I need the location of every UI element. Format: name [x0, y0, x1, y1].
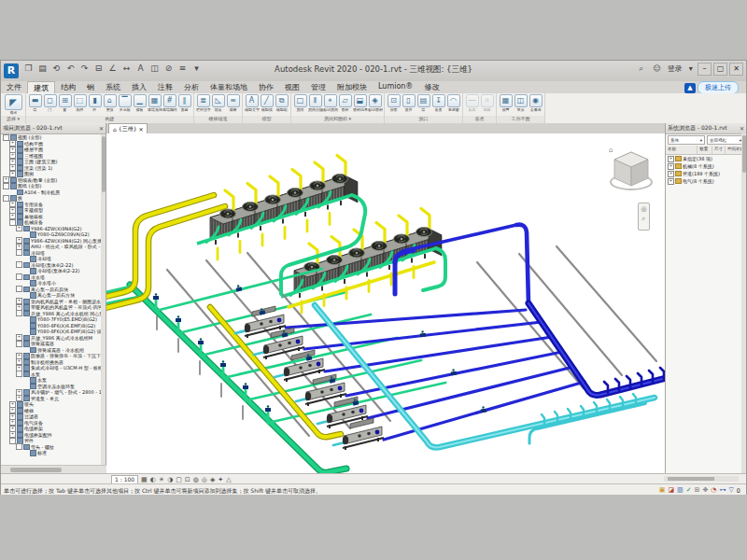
expand-icon[interactable]: -	[16, 341, 22, 347]
view-cube[interactable]: ⌂	[607, 145, 655, 197]
ribbon-tab-11[interactable]: 管理	[305, 81, 331, 93]
ribbon-tab-13[interactable]: Lumion®	[373, 81, 418, 93]
ribbon-button-1-8[interactable]: ▦幕墙系统	[148, 94, 162, 112]
signin-button[interactable]: 登录	[668, 63, 683, 74]
fast-upload-button[interactable]: ▲ 极速上传	[684, 81, 739, 94]
ribbon-button-4-1[interactable]: ⫴房间分隔	[308, 94, 322, 112]
expand-icon[interactable]: -	[16, 443, 22, 450]
ribbon-button-5-2[interactable]: ▤墙	[416, 94, 430, 112]
analytical-model-icon[interactable]: △	[226, 476, 231, 483]
worksharing-display-icon[interactable]: ◈	[210, 476, 215, 483]
3d-model-view[interactable]	[106, 133, 665, 473]
ribbon-button-5-3[interactable]: ↧垂直	[431, 94, 445, 112]
ribbon-button-5-1[interactable]: ▯竖井	[402, 94, 416, 112]
ribbon-button-1-6[interactable]: ▔天花板	[118, 94, 132, 112]
system-browser-hscrollbar[interactable]	[664, 476, 739, 482]
ribbon-button-3-1[interactable]: ╱模型线	[260, 94, 274, 112]
expand-icon[interactable]: -	[16, 286, 22, 292]
zoom-icon[interactable]: ⌕	[642, 215, 646, 222]
reveal-hidden-elements-icon[interactable]: ◎	[202, 476, 207, 483]
ribbon-tab-6[interactable]: 注释	[152, 81, 178, 93]
close-icon[interactable]: ✕	[99, 125, 104, 132]
system-row[interactable]: +未指定(38 项)	[666, 155, 746, 162]
crop-view-icon[interactable]: ▢	[176, 476, 182, 483]
model-canvas[interactable]: ⌂ ◎ ⌕	[106, 133, 665, 473]
temporary-view-properties-icon[interactable]: ✦	[218, 476, 223, 483]
ribbon-button-1-1[interactable]: ◻门	[43, 94, 57, 112]
ribbon-button-7-1[interactable]: ◫显示	[514, 94, 528, 112]
ribbon-tab-7[interactable]: 分析	[178, 81, 204, 93]
ribbon-button-3-2[interactable]: ⧉模型组	[275, 94, 289, 112]
expand-icon[interactable]: -	[16, 261, 22, 268]
expand-icon[interactable]: -	[3, 134, 9, 141]
ribbon-tab-8[interactable]: 体量和场地	[204, 81, 253, 93]
system-row[interactable]: +电气(8 个系统)	[666, 177, 746, 185]
ribbon-button-1-4[interactable]: ▮柱	[88, 94, 102, 112]
ribbon-button-1-7[interactable]: ▁楼板	[133, 94, 147, 112]
ribbon-tab-3[interactable]: 钢	[81, 81, 100, 93]
ribbon-button-6-1[interactable]: ⌗轴网	[480, 94, 494, 112]
ribbon-button-4-2[interactable]: ⌖标记房间	[323, 94, 337, 112]
ribbon-button-2-1[interactable]: ◺坡道	[211, 94, 225, 112]
ribbon-button-5-4[interactable]: ◠老虎窗	[446, 94, 460, 112]
temporary-hide-isolate-icon[interactable]: ◍	[193, 476, 199, 483]
system-browser-scrollbar[interactable]	[741, 133, 746, 473]
expand-icon[interactable]: -	[3, 183, 9, 189]
expand-icon[interactable]: +	[668, 156, 674, 162]
ribbon-button-7-0[interactable]: ▦设置	[499, 94, 513, 112]
expand-icon[interactable]: -	[16, 273, 22, 280]
expand-icon[interactable]: -	[16, 371, 22, 377]
background-process-icon[interactable]: ◔	[711, 486, 716, 495]
ribbon-tab-4[interactable]: 系统	[100, 81, 126, 93]
expand-icon[interactable]: -	[16, 249, 22, 256]
cooling-tower-bank-1[interactable]	[197, 156, 358, 245]
ribbon-tab-1[interactable]: 建筑	[27, 81, 55, 93]
visual-style-icon[interactable]: ◐	[150, 476, 156, 483]
design-options-icon[interactable]: ◪	[668, 486, 674, 495]
filter-icon[interactable]: ▽	[728, 486, 733, 495]
detail-level-icon[interactable]: ▦	[141, 476, 148, 483]
ribbon-button-5-0[interactable]: ⊡按面	[387, 94, 401, 112]
tree-item[interactable]: -开放_Y986 离心式冷水机组 同心泵接	[1, 311, 101, 317]
close-icon[interactable]: ✕	[740, 125, 744, 132]
ribbon-button-2-2[interactable]: ≡楼梯	[226, 94, 240, 112]
project-browser-scrollbar[interactable]	[101, 134, 106, 466]
column-header-2[interactable]: 尺寸	[712, 146, 726, 154]
ribbon-button-4-5[interactable]: ◈标记面积	[368, 94, 382, 112]
ribbon-tab-2[interactable]: 结构	[55, 81, 81, 93]
editable-only-icon[interactable]: ✓	[686, 486, 692, 495]
ribbon-button-1-9[interactable]: #幕墙网格	[162, 94, 176, 112]
expand-icon[interactable]: +	[668, 163, 674, 170]
shadows-icon[interactable]: ◑	[167, 476, 173, 483]
view-tab-3d[interactable]: ⌂ {三维} ✕	[108, 123, 148, 133]
ribbon-button-1-3[interactable]: ⬚构件	[73, 94, 87, 112]
ribbon-button-0-0[interactable]: ◤修改	[3, 94, 23, 115]
system-type-select[interactable]: 系统▾	[668, 135, 705, 145]
expand-icon[interactable]: -	[9, 219, 16, 226]
discipline-select[interactable]: 全部规程▾	[707, 135, 744, 145]
ribbon-tab-10[interactable]: 视图	[279, 81, 305, 93]
ribbon-button-2-0[interactable]: ≣栏杆扶手	[196, 94, 210, 112]
steering-wheel-icon[interactable]: ◎	[641, 205, 646, 213]
ribbon-button-1-5[interactable]: ⌂屋顶	[103, 94, 117, 112]
main-model-icon[interactable]: ▥	[677, 486, 684, 495]
worksets-icon[interactable]: ▣	[659, 486, 666, 495]
press-drag-icon[interactable]: ✥	[702, 486, 708, 495]
view-scale[interactable]: 1 : 100	[111, 475, 138, 484]
ribbon-button-4-0[interactable]: □房间	[293, 94, 307, 112]
maximize-button[interactable]: ▢	[713, 63, 727, 76]
ribbon-button-7-2[interactable]: ◉查看器	[529, 94, 543, 112]
column-header-1[interactable]: 数量	[698, 146, 712, 154]
pipes-darkblue[interactable]	[529, 303, 665, 395]
ribbon-button-1-2[interactable]: ⊞窗	[58, 94, 72, 112]
expand-icon[interactable]: +	[668, 178, 674, 185]
ribbon-tab-12[interactable]: 附加模块	[331, 81, 373, 93]
project-browser-hscrollbar[interactable]	[1, 465, 106, 473]
ribbon-button-3-0[interactable]: A模型文字	[245, 94, 259, 112]
expand-icon[interactable]: -	[16, 310, 22, 316]
search-icon[interactable]: ⌕	[636, 63, 646, 74]
crop-region-visibility-icon[interactable]: ⊡	[185, 476, 190, 483]
ribbon-tab-14[interactable]: 修改	[418, 81, 444, 93]
expand-icon[interactable]: -	[9, 438, 16, 444]
ribbon-button-1-10[interactable]: ∥竖梃	[177, 94, 191, 112]
